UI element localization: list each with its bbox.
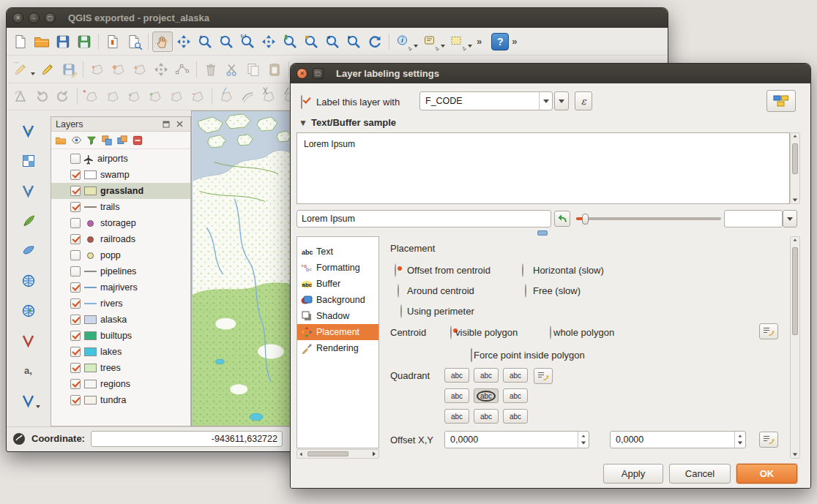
force-point-inside-label[interactable]: Force point inside polygon [474, 350, 585, 361]
layer-visibility-checkbox[interactable] [70, 282, 81, 293]
cancel-button[interactable]: Cancel [669, 464, 731, 484]
filter-legend-icon[interactable] [85, 134, 98, 147]
layer-row-rivers[interactable]: rivers [51, 296, 190, 312]
labeling-engine-settings-button[interactable] [766, 90, 796, 112]
apply-button[interactable]: Apply [603, 464, 663, 484]
zoom-native-icon[interactable]: 1:1 [237, 31, 258, 52]
quadrant-below-button[interactable]: abc [474, 409, 499, 424]
radio-label[interactable]: Around centroid [407, 285, 474, 296]
dialog-close-button[interactable]: ✕ [296, 68, 307, 79]
new-composer-icon[interactable]: ▮ [102, 31, 123, 52]
layer-row-swamp[interactable]: swamp [51, 167, 190, 183]
add-postgis-layer-icon[interactable]: ◗ [18, 181, 39, 201]
field-combo[interactable]: F_CODE [419, 91, 553, 110]
toolbar-overflow-chevron[interactable]: » [474, 36, 484, 47]
expression-builder-button[interactable]: ε [575, 91, 592, 110]
identify-dropdown-arrow[interactable] [414, 45, 418, 48]
scroll-up-arrow-icon[interactable] [794, 238, 797, 241]
layer-visibility-checkbox[interactable] [70, 298, 81, 309]
fill-ring-icon[interactable]: ● [145, 86, 165, 107]
collapse-all-icon[interactable] [116, 134, 129, 147]
feature-action-dropdown-arrow[interactable] [441, 45, 445, 48]
radio-label[interactable]: Free (slow) [533, 285, 581, 296]
save-layer-edits-icon[interactable] [59, 59, 79, 80]
tab-list-hscrollbar[interactable] [296, 449, 379, 459]
dialog-maximize-button[interactable]: ▢ [313, 68, 324, 79]
offset-y-spinbox[interactable]: 0,0000 [610, 431, 746, 448]
pan-map-icon[interactable] [152, 31, 173, 52]
layer-row-tundra[interactable]: tundra [51, 392, 190, 408]
reshape-features-icon[interactable]: ╱ [216, 86, 236, 107]
radio-using-perimeter[interactable] [400, 304, 402, 318]
scrollbar-thumb[interactable] [792, 247, 798, 335]
close-panel-icon[interactable] [173, 118, 186, 131]
new-shapefile-layer-icon[interactable] [18, 391, 39, 411]
zoom-full-icon[interactable] [258, 31, 279, 52]
quadrant-above-left-button[interactable]: abc [444, 368, 469, 383]
add-wms-layer-icon[interactable] [18, 271, 39, 291]
current-edits-icon[interactable]: ··· [10, 59, 31, 80]
radio-around-centroid[interactable] [398, 284, 399, 298]
radio-label[interactable]: Horizontal (slow) [533, 265, 604, 276]
field-extra-dropdown-button[interactable] [554, 91, 569, 110]
radio-label[interactable]: Offset from centroid [407, 265, 490, 276]
add-vector-layer-icon[interactable]: ● [18, 121, 39, 141]
add-spatialite-layer-icon[interactable] [18, 211, 39, 231]
add-wfs-layer-icon[interactable] [18, 331, 39, 351]
toggle-editing-icon[interactable] [37, 59, 58, 80]
save-project-as-icon[interactable] [74, 31, 94, 52]
identify-features-icon[interactable]: i [393, 31, 414, 52]
coordinate-field[interactable]: -943611,632722 [91, 431, 283, 447]
radio-offset-from-centroid[interactable] [395, 263, 396, 277]
spin-arrows[interactable] [734, 432, 745, 448]
copy-features-icon[interactable] [243, 59, 264, 80]
layer-row-regions[interactable]: regions [51, 376, 190, 392]
offset-x-spinbox[interactable]: 0,0000 [444, 431, 589, 448]
dialog-titlebar[interactable]: ✕ ▢ Layer labeling settings [291, 64, 810, 83]
delete-part-icon[interactable]: − [187, 86, 208, 107]
add-delimited-text-layer-icon[interactable]: a, [18, 361, 39, 381]
tab-formatting[interactable]: +ab<Formatting [297, 260, 378, 276]
remove-layer-icon[interactable] [131, 134, 144, 147]
new-project-icon[interactable] [10, 31, 31, 52]
radio-free-slow[interactable] [525, 284, 526, 298]
current-edits-dropdown-arrow[interactable] [31, 72, 35, 75]
capture-polygon-icon[interactable]: ▲ [130, 59, 150, 80]
layer-visibility-checkbox[interactable] [70, 395, 81, 405]
delete-ring-icon[interactable]: ○ [166, 86, 187, 107]
tab-background[interactable]: Background [297, 292, 378, 308]
layer-visibility-checkbox[interactable] [70, 234, 81, 244]
layer-row-lakes[interactable]: lakes [51, 344, 190, 360]
layer-row-railroads[interactable]: railroads [51, 231, 190, 247]
layer-row-builtups[interactable]: builtups [51, 328, 190, 344]
tab-rendering[interactable]: Rendering [297, 340, 378, 356]
quadrant-left-button[interactable]: abc [444, 388, 469, 403]
zoom-in-icon[interactable]: + [195, 31, 215, 52]
cut-features-icon[interactable] [222, 59, 242, 80]
run-feature-action-icon[interactable] [420, 31, 441, 52]
main-minimize-button[interactable]: – [29, 12, 40, 23]
open-project-icon[interactable] [31, 31, 52, 52]
sample-collapse-arrow[interactable]: ▼ [299, 118, 307, 128]
delete-selected-icon[interactable] [201, 59, 221, 80]
offset-curve-icon[interactable] [237, 86, 258, 107]
refresh-icon[interactable] [365, 31, 385, 52]
quadrant-right-button[interactable]: abc [503, 388, 528, 403]
add-part-icon[interactable]: ＋ [124, 86, 144, 107]
sample-size-dropdown-button[interactable] [783, 210, 797, 227]
composer-manager-icon[interactable] [124, 31, 144, 52]
quadrant-over-button[interactable]: abc [474, 388, 499, 403]
move-feature-icon[interactable] [151, 59, 171, 80]
layer-row-airports[interactable]: airports [51, 151, 190, 167]
add-group-icon[interactable] [54, 134, 67, 147]
simplify-feature-icon[interactable]: ● [81, 86, 102, 107]
layer-visibility-checkbox[interactable] [70, 331, 81, 341]
spin-arrows[interactable] [578, 432, 589, 448]
scrollbar-thumb[interactable] [792, 143, 798, 174]
expand-all-icon[interactable] [100, 134, 113, 147]
radio-horizontal-slow[interactable] [522, 263, 523, 277]
layer-row-popp[interactable]: popp [51, 247, 190, 263]
float-panel-icon[interactable] [160, 118, 173, 131]
zoom-last-icon[interactable]: ◂ [322, 31, 343, 52]
sample-scrollbar[interactable] [790, 132, 800, 204]
